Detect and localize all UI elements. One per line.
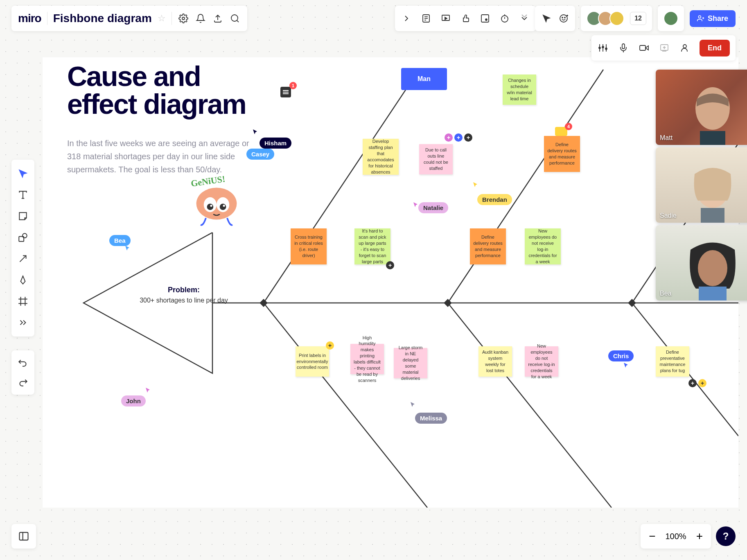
redo-button[interactable]: [13, 373, 33, 392]
sticky-note[interactable]: High humidity makes printing labels diff…: [350, 344, 384, 374]
sticky-note[interactable]: It's hard to scan and pick up large part…: [354, 228, 390, 264]
svg-line-65: [448, 303, 612, 508]
canvas-subtitle: In the last five weeks we are seeing an …: [67, 137, 260, 176]
sticky-note[interactable]: Large storm in NE delayed some material …: [394, 348, 427, 378]
camera-icon[interactable]: [638, 42, 650, 54]
svg-line-3: [237, 20, 238, 22]
cursor-john: John: [121, 395, 146, 406]
sticky-note[interactable]: Due to call outs line could not be staff…: [419, 144, 453, 174]
sticky-note[interactable]: New employees do not receive log-in cred…: [525, 346, 558, 377]
plus-icon[interactable]: +: [698, 379, 706, 387]
arrow-tool[interactable]: [13, 249, 33, 269]
cursor-arrow-icon: [124, 245, 131, 251]
cursor-arrow-icon: [410, 401, 416, 408]
user-avatar[interactable]: [663, 11, 678, 26]
present-icon[interactable]: [440, 13, 451, 24]
category-header-man[interactable]: Man: [401, 68, 447, 90]
plus-icon[interactable]: +: [454, 133, 463, 142]
cursor-arrow-icon: [623, 362, 630, 368]
svg-point-53: [207, 203, 214, 210]
upload-icon[interactable]: [212, 13, 223, 24]
sticky-note[interactable]: Audit kanban system weekly for lost tote…: [478, 346, 512, 377]
star-icon[interactable]: ☆: [158, 13, 166, 24]
miro-logo[interactable]: miro: [18, 12, 41, 25]
collab-bar: 12 Share: [535, 6, 736, 31]
cursor-chris: Chris: [608, 350, 634, 361]
plus-icon[interactable]: +: [464, 133, 472, 142]
canvas[interactable]: Cause andeffect diagram 1 In the last fi…: [43, 57, 738, 508]
timer-icon[interactable]: [499, 13, 510, 24]
emoji-icon[interactable]: [479, 13, 491, 24]
avatar-stack[interactable]: [587, 11, 624, 26]
video-name: Bea: [660, 290, 671, 297]
sticky-note[interactable]: Print labels in environmentally controll…: [296, 346, 329, 377]
svg-point-31: [605, 48, 607, 50]
bell-icon[interactable]: [195, 13, 206, 24]
select-tool[interactable]: [13, 164, 33, 183]
undo-button[interactable]: [13, 353, 33, 373]
svg-point-38: [683, 45, 686, 48]
cursor-hisham: Hisham: [260, 138, 291, 149]
cursor-natalie: Natalie: [418, 202, 448, 213]
person-icon[interactable]: [679, 42, 691, 54]
svg-point-20: [698, 16, 701, 18]
settings-icon[interactable]: [178, 13, 189, 24]
video-tile[interactable]: Sadie: [656, 147, 747, 223]
sticky-note[interactable]: Define preventative maintenance plans fo…: [656, 346, 689, 377]
frame-tool[interactable]: [13, 291, 33, 311]
mic-icon[interactable]: [618, 42, 629, 54]
svg-line-64: [264, 303, 427, 508]
svg-rect-10: [481, 15, 489, 22]
svg-rect-60: [628, 299, 636, 307]
pen-tool[interactable]: [13, 270, 33, 290]
end-button[interactable]: End: [700, 40, 730, 56]
shape-tool[interactable]: [13, 228, 33, 247]
problem-box: Problem: 300+ shortages to line per day: [133, 286, 235, 305]
participant-count[interactable]: 12: [630, 12, 646, 25]
cursor-bea: Bea: [109, 235, 131, 246]
plus-icon[interactable]: +: [445, 133, 453, 142]
svg-rect-68: [700, 131, 725, 145]
plus-icon[interactable]: +: [386, 261, 394, 269]
plus-icon[interactable]: +: [688, 379, 697, 387]
svg-point-42: [23, 233, 27, 238]
help-button[interactable]: ?: [716, 526, 736, 546]
plus-icon[interactable]: +: [326, 341, 334, 350]
sticky-note[interactable]: Define delivery routes and measure perfo…: [470, 228, 506, 264]
svg-rect-34: [640, 45, 645, 50]
text-tool[interactable]: [13, 185, 33, 205]
zoom-out[interactable]: −: [649, 530, 655, 543]
screenshare-icon[interactable]: [659, 42, 670, 54]
more-tools[interactable]: [13, 313, 33, 332]
vote-icon[interactable]: [460, 13, 471, 24]
sticky-note[interactable]: Define delivery routes and measure perfo…: [544, 136, 580, 172]
sticky-note[interactable]: Develop staffing plan that accomodates f…: [363, 139, 399, 175]
svg-point-11: [485, 19, 487, 20]
sliders-icon[interactable]: [597, 42, 609, 54]
comment-icon[interactable]: [280, 87, 291, 97]
board-title[interactable]: Fishbone diagram: [53, 12, 152, 25]
panel-toggle[interactable]: [11, 524, 36, 549]
video-tile[interactable]: Bea: [656, 225, 747, 300]
svg-point-56: [223, 205, 225, 207]
more-icon[interactable]: [519, 13, 530, 24]
cursor-icon[interactable]: [541, 13, 552, 24]
reactions-icon[interactable]: [558, 13, 569, 24]
svg-point-30: [602, 46, 604, 48]
undo-toolbar: [11, 350, 34, 395]
sticky-note[interactable]: New employees do not receive log-in cred…: [525, 228, 561, 264]
sticky-note[interactable]: Cross training in critical roles (i.e. r…: [291, 228, 327, 264]
sticky-note[interactable]: Changes in schedule w/in material lead t…: [503, 75, 536, 105]
zoom-in[interactable]: +: [696, 530, 703, 543]
zoom-level[interactable]: 100%: [665, 532, 686, 541]
brain-sticker: [190, 178, 243, 231]
sticky-tool[interactable]: [13, 206, 33, 226]
problem-text: 300+ shortages to line per day: [133, 296, 235, 305]
expand-icon[interactable]: [401, 13, 412, 24]
video-tile[interactable]: Matt: [656, 70, 747, 145]
notes-icon[interactable]: [420, 13, 432, 24]
share-button[interactable]: Share: [690, 10, 736, 27]
search-icon[interactable]: [229, 13, 241, 24]
video-name: Sadie: [660, 212, 677, 219]
svg-point-55: [210, 205, 212, 207]
